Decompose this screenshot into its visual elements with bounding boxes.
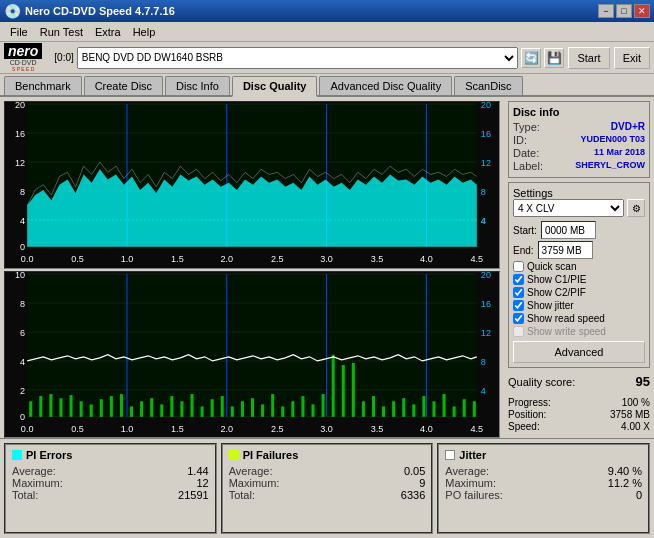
svg-text:20: 20	[481, 102, 491, 110]
title-bar-buttons: − □ ✕	[598, 4, 650, 18]
speed-value: 4.00 X	[621, 421, 650, 432]
svg-text:2: 2	[20, 385, 25, 395]
svg-rect-69	[241, 401, 244, 417]
menu-run-test[interactable]: Run Test	[34, 24, 89, 40]
svg-rect-72	[271, 394, 274, 417]
start-row: Start:	[513, 221, 645, 239]
svg-rect-67	[221, 396, 224, 417]
minimize-button[interactable]: −	[598, 4, 614, 18]
progress-section: Progress: 100 % Position: 3758 MB Speed:…	[508, 397, 650, 433]
svg-text:2.0: 2.0	[220, 424, 233, 434]
svg-rect-56	[110, 396, 113, 417]
show-read-speed-checkbox[interactable]	[513, 313, 524, 324]
pi-failures-max-row: Maximum: 9	[229, 477, 426, 489]
svg-text:1.0: 1.0	[121, 254, 134, 264]
show-write-speed-row: Show write speed	[513, 326, 645, 337]
pi-failures-chart: 10 8 6 4 2 0 20 16 12 8 4 0.0 0.5 1.0	[4, 271, 500, 439]
svg-text:8: 8	[481, 356, 486, 366]
refresh-icon[interactable]: 🔄	[521, 48, 541, 68]
tab-scan-disc[interactable]: ScanDisc	[454, 76, 522, 95]
show-c1-pie-label: Show C1/PIE	[527, 274, 586, 285]
menu-file[interactable]: File	[4, 24, 34, 40]
maximize-button[interactable]: □	[616, 4, 632, 18]
svg-rect-83	[382, 406, 385, 416]
svg-text:0: 0	[20, 242, 25, 252]
pi-errors-title: PI Errors	[12, 449, 209, 461]
svg-rect-64	[191, 394, 194, 417]
drive-select[interactable]: BENQ DVD DD DW1640 BSRB	[77, 47, 519, 69]
content-area: 20 16 12 8 4 0 20 16 12 8 4 0.0 0.5 1.0	[0, 97, 654, 438]
svg-text:3.0: 3.0	[320, 254, 333, 264]
main-window: 💿 Nero CD-DVD Speed 4.7.7.16 − □ ✕ File …	[0, 0, 654, 538]
jitter-label: Jitter	[459, 449, 486, 461]
close-button[interactable]: ✕	[634, 4, 650, 18]
svg-text:4: 4	[20, 356, 25, 366]
svg-text:20: 20	[481, 272, 491, 280]
menu-help[interactable]: Help	[127, 24, 162, 40]
disc-date-label: Date:	[513, 147, 539, 159]
tab-advanced-disc-quality[interactable]: Advanced Disc Quality	[319, 76, 452, 95]
disc-label-value: SHERYL_CROW	[575, 160, 645, 172]
advanced-button[interactable]: Advanced	[513, 341, 645, 363]
quick-scan-label: Quick scan	[527, 261, 576, 272]
jitter-po-value: 0	[636, 489, 642, 501]
svg-text:0.0: 0.0	[21, 424, 34, 434]
pi-errors-chart: 20 16 12 8 4 0 20 16 12 8 4 0.0 0.5 1.0	[4, 101, 500, 269]
drive-label: [0:0]	[54, 52, 73, 63]
svg-text:4.0: 4.0	[420, 424, 433, 434]
svg-text:4.5: 4.5	[471, 254, 484, 264]
pi-errors-total-row: Total: 21591	[12, 489, 209, 501]
svg-rect-90	[453, 406, 456, 416]
svg-text:4: 4	[20, 216, 25, 226]
quality-score-label: Quality score:	[508, 376, 575, 388]
svg-text:3.5: 3.5	[371, 254, 384, 264]
svg-rect-73	[281, 406, 284, 416]
svg-rect-63	[180, 401, 183, 417]
progress-row: Progress: 100 %	[508, 397, 650, 408]
show-c1-pie-row: Show C1/PIE	[513, 274, 645, 285]
start-button[interactable]: Start	[568, 47, 609, 69]
jitter-avg-label: Average:	[445, 465, 489, 477]
svg-rect-87	[422, 396, 425, 417]
svg-rect-71	[261, 404, 264, 416]
svg-rect-74	[291, 401, 294, 417]
svg-text:12: 12	[481, 328, 491, 338]
svg-text:16: 16	[481, 129, 491, 139]
disc-type-label: Type:	[513, 121, 540, 133]
disc-id-value: YUDEN000 T03	[580, 134, 645, 146]
exit-button[interactable]: Exit	[614, 47, 650, 69]
svg-text:16: 16	[481, 299, 491, 309]
settings-gear-icon[interactable]: ⚙	[627, 199, 645, 217]
tab-disc-info[interactable]: Disc Info	[165, 76, 230, 95]
pi-errors-max-label: Maximum:	[12, 477, 63, 489]
svg-text:1.5: 1.5	[171, 424, 184, 434]
progress-value: 100 %	[622, 397, 650, 408]
tab-create-disc[interactable]: Create Disc	[84, 76, 163, 95]
pi-failures-avg-row: Average: 0.05	[229, 465, 426, 477]
disc-id-row: ID: YUDEN000 T03	[513, 134, 645, 146]
tab-benchmark[interactable]: Benchmark	[4, 76, 82, 95]
svg-rect-75	[301, 396, 304, 417]
show-c1-pie-checkbox[interactable]	[513, 274, 524, 285]
svg-rect-48	[29, 401, 32, 417]
jitter-max-label: Maximum:	[445, 477, 496, 489]
start-input[interactable]	[541, 221, 596, 239]
svg-text:2.0: 2.0	[220, 254, 233, 264]
show-jitter-label: Show jitter	[527, 300, 574, 311]
pi-failures-label: PI Failures	[243, 449, 299, 461]
svg-text:3.5: 3.5	[371, 424, 384, 434]
quick-scan-checkbox[interactable]	[513, 261, 524, 272]
menu-extra[interactable]: Extra	[89, 24, 127, 40]
nero-logo: nero CD·DVD S P E E D	[4, 43, 42, 72]
disc-info-title: Disc info	[513, 106, 645, 118]
show-write-speed-checkbox[interactable]	[513, 326, 524, 337]
disc-label-label: Label:	[513, 160, 543, 172]
tab-disc-quality[interactable]: Disc Quality	[232, 76, 318, 97]
svg-text:3.0: 3.0	[320, 424, 333, 434]
show-c2-pif-checkbox[interactable]	[513, 287, 524, 298]
show-jitter-checkbox[interactable]	[513, 300, 524, 311]
speed-select[interactable]: 4 X CLV	[513, 199, 624, 217]
save-icon[interactable]: 💾	[544, 48, 564, 68]
end-input[interactable]	[538, 241, 593, 259]
pi-failures-color	[229, 450, 239, 460]
